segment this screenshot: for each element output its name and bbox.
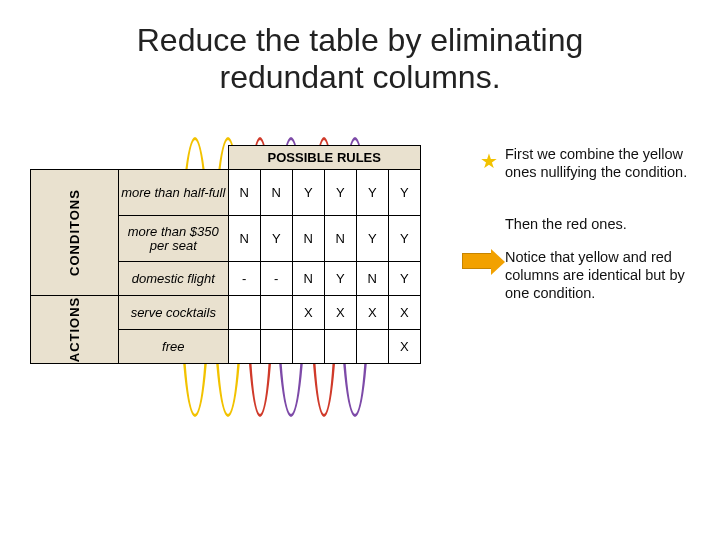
- r2c5: Y: [356, 216, 388, 262]
- r1c2: N: [260, 170, 292, 216]
- r1c1: N: [228, 170, 260, 216]
- r1c3: Y: [292, 170, 324, 216]
- r5c1: [228, 330, 260, 364]
- r4c1: [228, 296, 260, 330]
- title-line-1: Reduce the table by eliminating: [137, 22, 584, 58]
- decision-table: POSSIBLE RULES CONDITONS more than half-…: [30, 145, 421, 364]
- row2-label: more than $350 per seat: [118, 216, 228, 262]
- r5c2: [260, 330, 292, 364]
- r2c2: Y: [260, 216, 292, 262]
- note-1: First we combine the yellow ones nullify…: [505, 145, 710, 181]
- r2c1: N: [228, 216, 260, 262]
- rules-header: POSSIBLE RULES: [228, 146, 420, 170]
- conditions-label: CONDITONS: [31, 170, 119, 296]
- r1c4: Y: [324, 170, 356, 216]
- actions-label: ACTIONS: [31, 296, 119, 364]
- note-2: Then the red ones.: [505, 215, 705, 233]
- r3c3: N: [292, 262, 324, 296]
- r5c5: [356, 330, 388, 364]
- r3c2: -: [260, 262, 292, 296]
- row3-label: domestic flight: [118, 262, 228, 296]
- r2c4: N: [324, 216, 356, 262]
- slide-title: Reduce the table by eliminating redundan…: [0, 0, 720, 96]
- r2c6: Y: [388, 216, 420, 262]
- r2c3: N: [292, 216, 324, 262]
- title-line-2: redundant columns.: [219, 59, 500, 95]
- table-stage: POSSIBLE RULES CONDITONS more than half-…: [30, 145, 460, 475]
- r3c5: N: [356, 262, 388, 296]
- r4c2: [260, 296, 292, 330]
- r5c4: [324, 330, 356, 364]
- r3c6: Y: [388, 262, 420, 296]
- r4c6: X: [388, 296, 420, 330]
- note-3: Notice that yellow and red columns are i…: [505, 248, 710, 302]
- row1-label: more than half-full: [118, 170, 228, 216]
- r4c5: X: [356, 296, 388, 330]
- r5c6: X: [388, 330, 420, 364]
- arrow-icon: [462, 253, 492, 269]
- r1c5: Y: [356, 170, 388, 216]
- r4c3: X: [292, 296, 324, 330]
- star-icon: ★: [478, 150, 500, 172]
- r5c3: [292, 330, 324, 364]
- r3c1: -: [228, 262, 260, 296]
- r4c4: X: [324, 296, 356, 330]
- r1c6: Y: [388, 170, 420, 216]
- row5-label: free: [118, 330, 228, 364]
- r3c4: Y: [324, 262, 356, 296]
- row4-label: serve cocktails: [118, 296, 228, 330]
